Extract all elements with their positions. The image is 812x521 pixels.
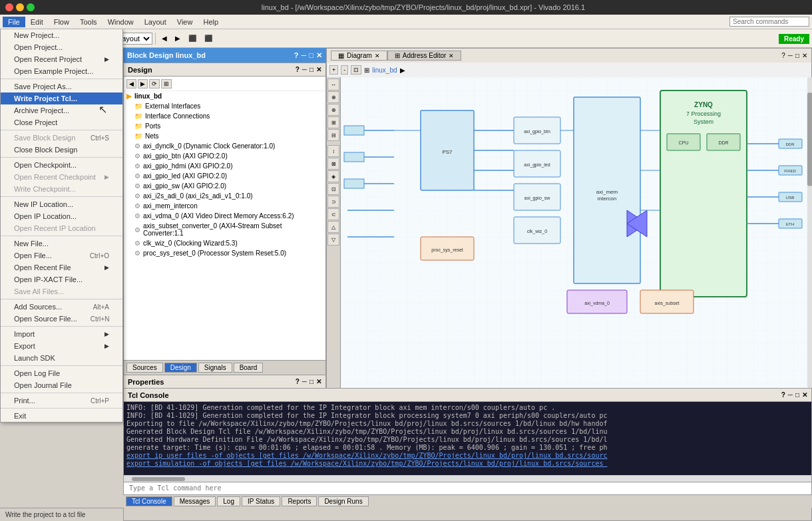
window-controls[interactable] <box>5 3 35 11</box>
props-min-btn[interactable]: ─ <box>302 378 307 385</box>
side-btn-11[interactable]: ⊂ <box>327 208 339 220</box>
design-item-axi-vdma[interactable]: ⚙ axi_vdma_0 (AXI Video Direct Memory Ac… <box>124 211 325 221</box>
menu-file[interactable]: File <box>3 17 25 27</box>
props-help-btn[interactable]: ? <box>296 378 300 385</box>
menu-open-example[interactable]: Open Example Project... <box>1 65 122 77</box>
design-help-btn[interactable]: ? <box>296 66 300 73</box>
tool-btn-3[interactable]: ▶ <box>172 33 184 44</box>
tcl-tab-messages[interactable]: Messages <box>174 496 216 506</box>
design-item-nets[interactable]: 📁 Nets <box>124 131 325 141</box>
tab-address-close[interactable]: ✕ <box>449 53 454 59</box>
diagram-zoom-out[interactable]: - <box>341 65 348 75</box>
menu-view[interactable]: View <box>172 17 198 27</box>
diagram-fit[interactable]: ⊡ <box>351 65 361 75</box>
menu-flow[interactable]: Flow <box>49 17 75 27</box>
menu-close-block-design[interactable]: Close Block Design <box>1 144 122 156</box>
design-forward-btn[interactable]: ▶ <box>138 79 148 88</box>
design-item-interface-connections[interactable]: 📁 Interface Connections <box>124 111 325 121</box>
close-button[interactable] <box>5 3 13 11</box>
tab-diagram[interactable]: ▦ Diagram ✕ <box>331 51 387 61</box>
props-close-btn[interactable]: ✕ <box>316 378 321 385</box>
tcl-tab-log[interactable]: Log <box>217 496 240 506</box>
side-btn-4[interactable]: ⊞ <box>327 116 339 128</box>
menu-save-project-as[interactable]: Save Project As... <box>1 81 122 92</box>
tcl-tab-ip-status[interactable]: IP Status <box>242 496 280 506</box>
tcl-restore-btn[interactable]: □ <box>795 391 799 399</box>
menu-export[interactable]: Export ▶ <box>1 340 122 352</box>
design-item-axi-gpio-sw[interactable]: ⚙ axi_gpio_sw (AXI GPIO:2.0) <box>124 181 325 191</box>
menu-layout[interactable]: Layout <box>139 17 172 27</box>
menu-launch-sdk[interactable]: Launch SDK <box>1 352 122 364</box>
tcl-min-btn[interactable]: ─ <box>788 391 793 399</box>
side-btn-1[interactable]: ↔ <box>327 79 339 90</box>
search-input[interactable] <box>729 17 809 27</box>
tcl-input[interactable] <box>126 484 809 492</box>
maximize-button[interactable] <box>27 3 35 11</box>
menu-new-file[interactable]: New File... <box>1 238 122 250</box>
side-btn-10[interactable]: ⊃ <box>327 196 339 208</box>
side-btn-5[interactable]: ⊟ <box>327 129 339 141</box>
menu-print[interactable]: Print... Ctrl+P <box>1 395 122 407</box>
side-btn-2[interactable]: ⊕ <box>327 91 339 103</box>
menu-new-project[interactable]: New Project... <box>1 29 122 41</box>
menu-open-recent-project[interactable]: Open Recent Project ▶ <box>1 53 122 65</box>
tcl-hscroll[interactable] <box>124 475 811 482</box>
design-item-axi-gpio-hdmi[interactable]: ⚙ axi_gpio_hdmi (AXI GPIO:2.0) <box>124 161 325 171</box>
tab-sources[interactable]: Sources <box>126 363 163 373</box>
side-btn-13[interactable]: ▽ <box>327 234 339 246</box>
side-btn-3[interactable]: ⊗ <box>327 104 339 116</box>
design-item-proc-sys-reset[interactable]: ⚙ proc_sys_reset_0 (Processor System Res… <box>124 248 325 258</box>
tab-signals[interactable]: Signals <box>198 363 232 373</box>
menu-window[interactable]: Window <box>102 17 139 27</box>
menu-open-ip-location[interactable]: Open IP Location... <box>1 210 122 222</box>
tcl-tab-design-runs[interactable]: Design Runs <box>318 496 368 506</box>
tcl-close-btn[interactable]: ✕ <box>802 391 807 399</box>
bd-restore-btn[interactable]: □ <box>309 51 313 60</box>
side-btn-9[interactable]: ⊡ <box>327 183 339 195</box>
tool-btn-5[interactable]: ⬛ <box>201 33 216 44</box>
menu-open-source-file[interactable]: Open Source File... Ctrl+N <box>1 313 122 325</box>
design-back-btn[interactable]: ◀ <box>126 79 136 88</box>
menu-open-checkpoint[interactable]: Open Checkpoint... <box>1 159 122 171</box>
menu-open-project[interactable]: Open Project... <box>1 41 122 53</box>
menu-tools[interactable]: Tools <box>75 17 102 27</box>
tcl-link-1[interactable]: export_ip_user_files -of_objects [get_fi… <box>126 452 607 459</box>
design-item-clk-wiz[interactable]: ⚙ clk_wiz_0 (Clocking Wizard:5.3) <box>124 238 325 248</box>
diagram-help-btn[interactable]: ? <box>781 52 785 59</box>
menu-open-recent-file[interactable]: Open Recent File ▶ <box>1 261 122 273</box>
design-filter-btn[interactable]: ⊞ <box>161 79 172 88</box>
menu-open-journal-file[interactable]: Open Journal File <box>1 379 122 391</box>
bd-min-btn[interactable]: ─ <box>302 51 307 60</box>
design-item-axi-mem[interactable]: ⚙ axi_mem_intercon <box>124 201 325 211</box>
menu-add-sources[interactable]: Add Sources... Alt+A <box>1 301 122 313</box>
breadcrumb-linux-bd[interactable]: linux_bd <box>372 67 397 74</box>
diagram-restore-btn[interactable]: □ <box>795 52 799 59</box>
diagram-zoom-in[interactable]: + <box>329 65 338 75</box>
design-restore-btn[interactable]: □ <box>309 66 313 73</box>
tool-btn-4[interactable]: ⬛ <box>185 33 200 44</box>
tcl-hscroll-thumb[interactable] <box>132 477 185 481</box>
tab-diagram-close[interactable]: ✕ <box>375 53 380 59</box>
menu-open-log-file[interactable]: Open Log File <box>1 367 122 379</box>
tab-address-editor[interactable]: ⊞ Address Editor ✕ <box>387 51 462 61</box>
menu-exit[interactable]: Exit <box>1 410 122 422</box>
tcl-tab-reports[interactable]: Reports <box>282 496 317 506</box>
tcl-help-btn[interactable]: ? <box>781 391 785 399</box>
props-restore-btn[interactable]: □ <box>309 378 313 385</box>
menu-close-project[interactable]: Close Project <box>1 116 122 128</box>
menu-new-ip-location[interactable]: New IP Location... <box>1 198 122 210</box>
design-close-btn[interactable]: ✕ <box>316 66 321 73</box>
side-btn-6[interactable]: ↕ <box>327 145 339 157</box>
side-btn-7[interactable]: ⊠ <box>327 158 339 170</box>
diagram-close-btn[interactable]: ✕ <box>802 52 807 59</box>
menu-help[interactable]: Help <box>198 17 224 27</box>
tcl-link-2[interactable]: export_simulation -of_objects [get_files… <box>126 460 607 467</box>
bd-help-btn[interactable]: ? <box>294 51 299 60</box>
design-refresh-btn[interactable]: ⟳ <box>149 79 160 88</box>
side-btn-12[interactable]: △ <box>327 221 339 233</box>
design-item-axi-gpio-led[interactable]: ⚙ axi_gpio_led (AXI GPIO:2.0) <box>124 171 325 181</box>
design-item-ports[interactable]: 📁 Ports <box>124 121 325 131</box>
design-item-axi-i2s[interactable]: ⚙ axi_i2s_adi_0 (axi_i2s_adi_v1_0:1.0) <box>124 191 325 201</box>
design-item-axi-dynclk[interactable]: ⚙ axi_dynclk_0 (Dynamic Clock Generator:… <box>124 141 325 151</box>
design-item-external-interfaces[interactable]: 📁 External Interfaces <box>124 101 325 111</box>
